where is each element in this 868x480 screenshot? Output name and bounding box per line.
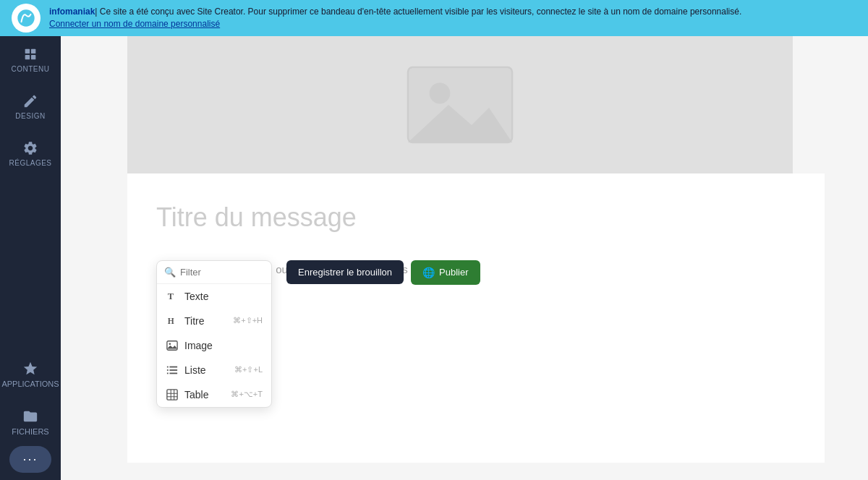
image-placeholder-icon xyxy=(395,54,525,155)
svg-point-11 xyxy=(169,343,171,345)
dropdown-item-liste[interactable]: Liste ⌘+⇧+L xyxy=(157,358,271,382)
liste-shortcut: ⌘+⇧+L xyxy=(234,365,263,374)
dropdown-filter-input[interactable] xyxy=(180,267,264,278)
texte-icon: T xyxy=(166,290,179,303)
titre-label: Titre xyxy=(184,315,204,327)
sidebar-item-applications[interactable]: APPLICATIONS xyxy=(0,351,61,398)
reglages-icon xyxy=(22,140,38,156)
banner-text: infomaniak| Ce site a été conçu avec Sit… xyxy=(49,0,856,36)
globe-icon: 🌐 xyxy=(422,267,435,278)
design-icon xyxy=(22,93,38,109)
svg-text:T: T xyxy=(168,291,174,301)
svg-point-0 xyxy=(17,9,34,26)
dropdown-item-table[interactable]: Table ⌘+⌥+T xyxy=(157,382,271,407)
publish-button[interactable]: 🌐 Publier xyxy=(411,260,480,285)
dropdown-search-icon: 🔍 xyxy=(164,267,176,278)
contenu-label: CONTENU xyxy=(12,65,50,73)
sidebar: CONTENU DESIGN RÉGLAGES APPLICATIONS xyxy=(0,36,61,480)
dropdown-item-image[interactable]: Image xyxy=(157,333,271,358)
dropdown-search-row: 🔍 xyxy=(157,261,271,284)
contenu-icon xyxy=(22,46,38,62)
svg-rect-1 xyxy=(25,48,30,53)
more-button[interactable]: ··· xyxy=(9,446,51,473)
domain-link[interactable]: Connecter un nom de domaine personnalisé xyxy=(49,19,220,29)
svg-rect-3 xyxy=(25,55,30,59)
image-icon xyxy=(166,339,179,352)
design-label: DESIGN xyxy=(15,112,45,120)
liste-icon xyxy=(166,364,179,377)
sidebar-item-design[interactable]: DESIGN xyxy=(0,83,61,130)
svg-rect-16 xyxy=(169,369,177,371)
svg-rect-4 xyxy=(31,55,35,59)
table-icon xyxy=(166,388,179,401)
action-buttons: Enregistrer le brouillon 🌐 Publier xyxy=(286,260,480,285)
image-label: Image xyxy=(184,340,213,351)
page-body: Titre du message + Commencez à écrire, o… xyxy=(127,173,825,463)
titre-shortcut: ⌘+⇧+H xyxy=(233,316,263,325)
main-wrapper: CONTENU DESIGN RÉGLAGES APPLICATIONS xyxy=(0,36,868,480)
svg-rect-17 xyxy=(167,372,169,374)
table-shortcut: ⌘+⌥+T xyxy=(231,390,263,399)
dropdown-item-texte[interactable]: T Texte xyxy=(157,284,271,309)
svg-rect-15 xyxy=(167,369,169,371)
svg-marker-12 xyxy=(167,346,177,348)
table-label: Table xyxy=(184,389,208,400)
dropdown-menu: 🔍 T Texte H xyxy=(156,260,272,408)
save-draft-button[interactable]: Enregistrer le brouillon xyxy=(286,260,404,284)
applications-label: APPLICATIONS xyxy=(1,380,59,388)
page-title-placeholder: Titre du message xyxy=(156,202,796,233)
svg-rect-19 xyxy=(167,389,177,399)
texte-label: Texte xyxy=(184,291,208,302)
content-area: Titre du message + Commencez à écrire, o… xyxy=(61,36,868,480)
svg-rect-2 xyxy=(31,48,35,53)
svg-rect-14 xyxy=(169,366,177,367)
reglages-label: RÉGLAGES xyxy=(9,159,51,167)
dropdown-item-titre[interactable]: H Titre ⌘+⇧+H xyxy=(157,309,271,333)
publish-label: Publier xyxy=(439,267,468,278)
top-banner: infomaniak| Ce site a été conçu avec Sit… xyxy=(0,0,868,36)
sidebar-item-contenu[interactable]: CONTENU xyxy=(0,36,61,83)
image-placeholder xyxy=(127,36,793,173)
svg-rect-13 xyxy=(167,366,169,367)
sidebar-item-reglages[interactable]: RÉGLAGES xyxy=(0,130,61,177)
fichiers-icon xyxy=(22,408,38,424)
fichiers-label: FICHIERS xyxy=(12,427,48,436)
svg-rect-18 xyxy=(169,372,177,374)
svg-point-6 xyxy=(430,82,451,103)
liste-label: Liste xyxy=(184,364,206,376)
infomaniak-logo xyxy=(12,4,41,33)
sidebar-item-fichiers[interactable]: FICHIERS xyxy=(0,398,61,446)
titre-icon: H xyxy=(166,314,179,327)
brand-name: infomaniak xyxy=(49,7,95,17)
svg-text:H: H xyxy=(168,317,174,325)
applications-icon xyxy=(22,361,38,377)
